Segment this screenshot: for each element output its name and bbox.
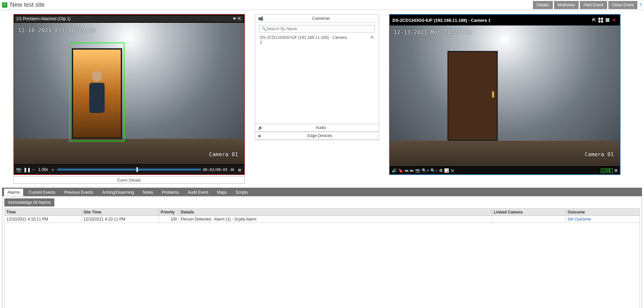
cell-details: Person Detected - Alarm (1) - Scylla Ala… <box>179 216 492 223</box>
live-feed[interactable] <box>390 25 620 166</box>
live-title: DS-2CD1343G0-IUF (192.168.11.188) - Came… <box>392 18 590 23</box>
tab-current-events[interactable]: Current Events <box>25 189 59 196</box>
recycle-icon[interactable]: ♻ <box>439 168 443 173</box>
live-titlebar: DS-2CD1343G0-IUF (192.168.11.188) - Came… <box>390 15 619 25</box>
edge-panel[interactable]: ◈ Edge Devices <box>255 132 379 140</box>
event-feed[interactable] <box>14 23 244 164</box>
close-icon[interactable]: ✕ <box>611 17 617 23</box>
col-linked[interactable]: Linked Camera <box>492 209 566 216</box>
cell-linked <box>492 216 566 223</box>
live-toolbar: 🔊 🔖 ⏮ ⏭ 📷 🔍+ 🔍− ♻ 📊 ⇲ LIVE ⚙ <box>390 167 620 174</box>
snapshot-icon[interactable]: 📷 <box>415 168 420 173</box>
cell-priority: 100 <box>159 216 179 223</box>
popout-icon[interactable]: ⇱ <box>237 16 242 21</box>
cell-time: 12/10/2021 4:10:11 PM <box>5 216 82 223</box>
edge-icon: ◈ <box>258 133 261 138</box>
cameras-panel: 📹 Cameras 🔍 DS-2CD1343G0-IUF (192.168.11… <box>255 14 379 124</box>
table-row[interactable]: 12/10/2021 4:10:11 PM 12/10/2021 4:10:11… <box>5 216 640 223</box>
open-camera-icon[interactable]: ⇱ <box>371 35 374 40</box>
popout-icon[interactable]: ⇱ <box>591 17 597 23</box>
audio-header: Audio <box>266 125 376 130</box>
stats-icon[interactable]: 📊 <box>444 168 449 173</box>
camera-search-input[interactable] <box>267 26 372 31</box>
table-header-row: Time Site Time Priority Details Linked C… <box>5 209 640 216</box>
list-icon[interactable]: ≣ <box>237 167 242 172</box>
osd-timestamp: 12-10-2021 Fri 08:09:50 <box>18 27 96 34</box>
zoom-out-icon[interactable]: 🔍− <box>430 168 438 173</box>
site-title: New test site <box>10 1 532 8</box>
tab-alarms[interactable]: Alarms <box>4 189 23 196</box>
chevron-down-icon[interactable] <box>233 18 236 20</box>
bookmark-icon[interactable]: 🔖 <box>398 168 403 173</box>
speed-down-icon[interactable]: − <box>31 167 36 172</box>
zoom-in-icon[interactable]: 🔍+ <box>422 168 429 173</box>
skip-back-icon[interactable]: ⏮ <box>405 168 409 173</box>
speed-up-icon[interactable]: + <box>50 167 55 172</box>
help-icon[interactable]: ? <box>639 2 642 8</box>
clip-titlebar: 1/1 PreAlarm Attached (Clip 1) ⇱ <box>15 15 244 22</box>
tab-arming[interactable]: Arming/Disarming <box>99 189 137 196</box>
camera-list-item[interactable]: DS-2CD1343G0-IUF (192.168.11.188) - Came… <box>259 33 375 47</box>
park-event-button[interactable]: Park Event <box>580 1 607 9</box>
tab-previous-events[interactable]: Previous Events <box>61 189 97 196</box>
camera-icon: 📹 <box>258 16 263 21</box>
col-priority[interactable]: Priority <box>159 209 179 216</box>
camera-item-label: DS-2CD1343G0-IUF (192.168.11.188) - Came… <box>260 35 347 45</box>
playback-bar: 📷 ❚❚ − 1.00x + 00:02/00:03 ✉ ≣ <box>14 165 244 174</box>
camera-search[interactable]: 🔍 <box>259 25 375 33</box>
playback-time: 00:02/00:03 <box>203 168 227 172</box>
picture-icon[interactable]: 🖼 <box>604 17 610 23</box>
tab-notes[interactable]: Notes <box>139 189 156 196</box>
alarms-table: Time Site Time Priority Details Linked C… <box>4 208 640 223</box>
speaker-icon: 🔊 <box>258 125 263 130</box>
ack-all-button[interactable]: Acknowledge All Alarms <box>4 198 54 206</box>
skip-fwd-icon[interactable]: ⏭ <box>410 168 414 173</box>
top-bar: New test site Details MultiView Park Eve… <box>0 0 644 10</box>
tab-maps[interactable]: Maps <box>214 189 230 196</box>
export-icon[interactable]: ⇲ <box>450 168 454 173</box>
talk-icon[interactable]: 🔊 <box>392 168 397 173</box>
pause-icon[interactable]: ❚❚ <box>23 167 29 172</box>
tab-bar: Alarms Current Events Previous Events Ar… <box>2 188 642 196</box>
event-video-frame: 1/1 PreAlarm Attached (Clip 1) ⇱ 12-10-2… <box>13 14 245 175</box>
main-area: 1/1 PreAlarm Attached (Clip 1) ⇱ 12-10-2… <box>13 14 631 184</box>
audio-panel[interactable]: 🔊 Audio <box>255 124 379 132</box>
grid-icon[interactable] <box>598 17 604 23</box>
detected-person <box>83 71 111 136</box>
osd-camera-label: Camera 01 <box>209 151 238 158</box>
cameras-header: Cameras <box>266 16 376 21</box>
tab-audit[interactable]: Audit Event <box>184 189 212 196</box>
playback-track[interactable] <box>57 169 201 171</box>
mail-icon[interactable]: ✉ <box>229 167 235 172</box>
alarms-scroll-area[interactable] <box>4 223 640 308</box>
clip-title: 1/1 PreAlarm Attached (Clip 1) <box>16 16 233 21</box>
col-time[interactable]: Time <box>5 209 82 216</box>
close-event-button[interactable]: Close Event <box>608 1 638 9</box>
live-osd-timestamp: 12-13-2021 Mon 16:28:18 <box>394 29 471 36</box>
edge-header: Edge Devices <box>264 133 376 138</box>
event-clip-column: 1/1 PreAlarm Attached (Clip 1) ⇱ 12-10-2… <box>13 14 245 184</box>
alarms-panel: Acknowledge All Alarms Time Site Time Pr… <box>2 196 642 308</box>
set-outcome-link[interactable]: Set Outcome <box>568 217 591 222</box>
tab-scripts[interactable]: Scripts <box>232 189 251 196</box>
live-osd-camera: Camera 01 <box>585 151 614 158</box>
details-button[interactable]: Details <box>533 1 553 9</box>
camera-list-spacer <box>259 47 375 121</box>
snapshot-icon[interactable]: 📷 <box>16 167 21 172</box>
shield-icon <box>2 2 7 8</box>
col-outcome[interactable]: Outcome <box>566 209 640 216</box>
multiview-button[interactable]: MultiView <box>554 1 579 9</box>
devices-column: 📹 Cameras 🔍 DS-2CD1343G0-IUF (192.168.11… <box>255 14 379 184</box>
live-badge: LIVE <box>601 169 613 173</box>
live-column: DS-2CD1343G0-IUF (192.168.11.188) - Came… <box>389 14 621 184</box>
live-video-frame: DS-2CD1343G0-IUF (192.168.11.188) - Came… <box>389 14 621 175</box>
search-icon: 🔍 <box>262 26 267 31</box>
cell-outcome[interactable]: Set Outcome <box>566 216 640 223</box>
col-details[interactable]: Details <box>179 209 492 216</box>
playback-knob[interactable] <box>137 167 138 172</box>
playback-speed: 1.00x <box>38 167 48 172</box>
col-site-time[interactable]: Site Time <box>82 209 159 216</box>
event-details-panel[interactable]: Event Details <box>13 176 245 184</box>
gear-icon[interactable]: ⚙ <box>614 168 618 173</box>
tab-problems[interactable]: Problems <box>159 189 182 196</box>
